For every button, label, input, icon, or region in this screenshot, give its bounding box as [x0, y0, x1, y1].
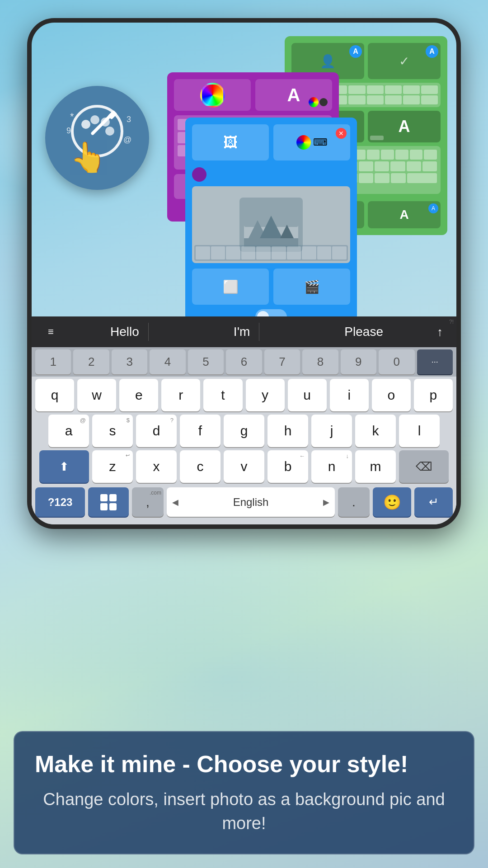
suggestion-please[interactable]: Please: [335, 323, 392, 341]
svg-text:👆: 👆: [70, 140, 107, 175]
green-a-overlay: A A: [368, 201, 441, 228]
blue-frame-btn[interactable]: ⬜: [192, 269, 269, 305]
key-numbers-switch[interactable]: ?123: [35, 487, 85, 517]
frame-icon: ⬜: [223, 279, 239, 294]
key-o[interactable]: o: [372, 379, 411, 411]
key-4[interactable]: 4: [150, 349, 185, 374]
key-i[interactable]: i: [330, 379, 369, 411]
key-2[interactable]: 2: [73, 349, 109, 374]
banner-title: Make it mine - Choose your style!: [35, 750, 453, 778]
phone-frame: * 9 3 @ 👆 👤 A ✓: [27, 18, 461, 529]
svg-rect-19: [100, 494, 108, 501]
key-v[interactable]: v: [224, 450, 264, 483]
letter-rows-container: q w e r t y u i o p a@ s$ d? f g: [32, 377, 456, 485]
key-r[interactable]: r: [161, 379, 200, 411]
key-0[interactable]: 0: [379, 349, 414, 374]
no-circle-icon: ✕: [336, 128, 347, 139]
key-8[interactable]: 8: [302, 349, 338, 374]
svg-text:9: 9: [66, 126, 71, 135]
landscape-svg: [244, 202, 298, 247]
purple-dot-indicator: [192, 167, 206, 182]
green-badge-a-top: A: [349, 45, 362, 58]
suggestion-words-container: Hello I'm Please: [63, 323, 430, 341]
key-q[interactable]: q: [35, 379, 74, 411]
keyboard-bottom-row: ?123 .com , ◀ English ▶: [32, 485, 456, 519]
key-b[interactable]: b←: [267, 450, 308, 483]
number-row: 1 2 3 4 5 6 7 8 9 0 ···: [32, 347, 456, 377]
key-delete[interactable]: ⌫: [399, 450, 449, 483]
key-comma[interactable]: .com ,: [132, 487, 164, 517]
key-layout-switch[interactable]: [88, 487, 129, 517]
key-u[interactable]: u: [288, 379, 327, 411]
svg-text:*: *: [70, 111, 74, 122]
phone-screen: * 9 3 @ 👆 👤 A ✓: [32, 23, 456, 524]
person-icon: 👤: [320, 54, 336, 69]
purple-color-wheel-btn[interactable]: [174, 79, 251, 111]
key-h[interactable]: h: [267, 415, 308, 447]
blue-kbd-color-btn[interactable]: ⌨ ✕: [273, 124, 350, 160]
key-s[interactable]: s$: [92, 415, 133, 447]
key-space[interactable]: ◀ English ▶: [167, 487, 335, 517]
green-A-button: A: [368, 111, 441, 142]
key-emoji[interactable]: 🙂: [373, 487, 411, 517]
key-9[interactable]: 9: [341, 349, 376, 374]
space-right-arrow: ▶: [323, 497, 329, 507]
svg-text:3: 3: [127, 115, 131, 124]
key-3[interactable]: 3: [112, 349, 147, 374]
key-k[interactable]: k: [355, 415, 396, 447]
key-z[interactable]: z↩: [92, 450, 133, 483]
svg-point-1: [81, 120, 90, 129]
suggestions-bar: ≡ Hello I'm Please ↑: [32, 316, 456, 347]
key-e[interactable]: e: [119, 379, 158, 411]
blue-video-btn[interactable]: 🎬: [273, 269, 350, 305]
logo-icon: * 9 3 @ 👆: [56, 97, 138, 179]
image-icon: 🖼: [223, 134, 238, 151]
small-color-wheel: [296, 135, 311, 150]
keyboard-overlay-mini: [194, 245, 348, 261]
key-x[interactable]: x: [136, 450, 177, 483]
key-m[interactable]: m: [355, 450, 396, 483]
key-shift[interactable]: ⬆: [39, 450, 89, 483]
svg-text:@: @: [123, 135, 131, 144]
period-hint: ?!: [449, 319, 454, 325]
key-j[interactable]: j: [311, 415, 352, 447]
key-d[interactable]: d?: [136, 415, 177, 447]
key-p[interactable]: p: [414, 379, 453, 411]
key-7[interactable]: 7: [264, 349, 300, 374]
key-period[interactable]: ?! .: [338, 487, 370, 517]
key-5[interactable]: 5: [188, 349, 224, 374]
key-n[interactable]: n↓: [311, 450, 352, 483]
blue-image-btn[interactable]: 🖼: [192, 124, 269, 160]
key-y[interactable]: y: [246, 379, 285, 411]
suggestions-menu-button[interactable]: ≡: [38, 316, 63, 347]
key-c[interactable]: c: [180, 450, 221, 483]
up-arrow-button[interactable]: ↑: [430, 325, 450, 339]
key-more-dots[interactable]: ···: [417, 349, 453, 374]
language-label: English: [233, 496, 269, 509]
keyboard: ≡ Hello I'm Please ↑ 1 2 3 4 5 6 7 8 9: [32, 316, 456, 524]
svg-rect-20: [109, 494, 117, 501]
video-icon: 🎬: [304, 279, 320, 294]
key-w[interactable]: w: [77, 379, 116, 411]
blue-theme-card[interactable]: 🖼 ⌨ ✕: [185, 118, 357, 321]
suggestion-im[interactable]: I'm: [225, 323, 259, 341]
check-icon: ✓: [399, 54, 409, 69]
key-g[interactable]: g: [224, 415, 264, 447]
key-t[interactable]: t: [203, 379, 242, 411]
bottom-banner: Make it mine - Choose your style! Change…: [14, 731, 474, 854]
key-enter[interactable]: ↵: [414, 487, 453, 517]
app-logo[interactable]: * 9 3 @ 👆: [45, 86, 149, 190]
key-a[interactable]: a@: [48, 415, 89, 447]
purple-a-color-btn[interactable]: A: [255, 79, 332, 111]
key-1[interactable]: 1: [35, 349, 71, 374]
keyboard-small-icon: ⌨: [313, 137, 328, 148]
key-6[interactable]: 6: [226, 349, 262, 374]
suggestion-hello[interactable]: Hello: [101, 323, 149, 341]
svg-point-4: [105, 127, 114, 136]
banner-subtitle: Change colors, insert photo as a backgro…: [35, 788, 453, 835]
key-l[interactable]: l: [399, 415, 440, 447]
key-f[interactable]: f: [180, 415, 221, 447]
keyboard-row-3: ⬆ z↩ x c v b← n↓ m ⌫: [35, 450, 453, 483]
color-wheel: [200, 83, 225, 108]
space-left-arrow: ◀: [172, 497, 178, 507]
